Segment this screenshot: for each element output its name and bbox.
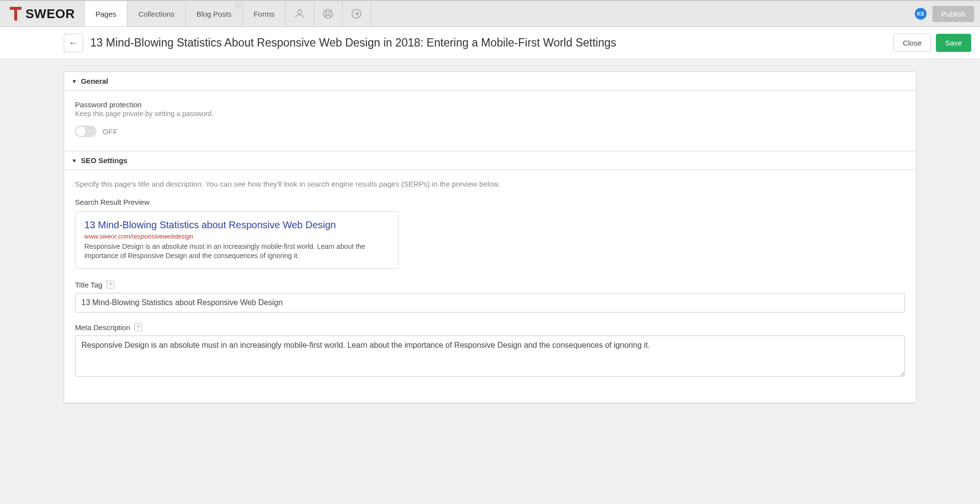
lifebuoy-icon [322, 8, 334, 20]
svg-line-3 [325, 10, 327, 12]
tab-label: Collections [138, 10, 174, 18]
settings-panel: ▼ General Password protection Keep this … [64, 72, 916, 404]
section-header-general[interactable]: ▼ General [64, 72, 916, 91]
serp-title: 13 Mind-Blowing Statistics about Respons… [84, 219, 389, 231]
password-protection-label: Password protection [75, 100, 905, 109]
tab-blog-posts[interactable]: Blog Posts × [185, 1, 243, 26]
meta-description-field: Meta Description ? [75, 323, 905, 378]
brand-text: SWEOR [25, 6, 75, 22]
svg-point-2 [326, 12, 330, 16]
password-protection-desc: Keep this page private by setting a pass… [75, 110, 905, 118]
page-title: 13 Mind-Blowing Statistics About Respons… [90, 36, 888, 49]
close-button[interactable]: Close [893, 34, 930, 52]
toggle-state-label: OFF [102, 127, 118, 136]
toggle-knob [75, 126, 86, 137]
svg-line-6 [329, 15, 331, 17]
arrow-left-icon: ← [69, 37, 78, 48]
serp-description: Responsive Design is an absolute must in… [84, 242, 389, 261]
page-header-bar: ← 13 Mind-Blowing Statistics About Respo… [0, 27, 980, 59]
back-button[interactable]: ← [64, 34, 83, 52]
publish-button[interactable]: Publish [932, 6, 974, 22]
top-right-controls: KS Publish [915, 1, 980, 26]
content-area: ▼ General Password protection Keep this … [0, 59, 980, 423]
section-title: General [81, 77, 108, 85]
section-body-seo: Specify this page's title and descriptio… [64, 170, 916, 403]
meta-description-label-row: Meta Description ? [75, 323, 905, 332]
section-header-seo[interactable]: ▼ SEO Settings [64, 151, 916, 170]
svg-line-5 [325, 15, 327, 17]
caret-down-icon: ▼ [72, 78, 77, 84]
title-tag-label: Title Tag [75, 281, 102, 289]
title-tag-label-row: Title Tag ? [75, 281, 905, 289]
title-tag-field: Title Tag ? [75, 281, 905, 312]
tab-collections[interactable]: Collections [127, 1, 185, 26]
user-icon [294, 8, 305, 20]
serp-preview: 13 Mind-Blowing Statistics about Respons… [75, 211, 399, 269]
save-button[interactable]: Save [936, 34, 971, 52]
tab-label: Pages [96, 10, 117, 18]
meta-description-textarea[interactable] [75, 336, 905, 377]
tab-label: Blog Posts [197, 10, 232, 18]
tab-forms[interactable]: Forms [242, 1, 286, 26]
tab-label: Forms [253, 10, 275, 18]
section-body-general: Password protection Keep this page priva… [64, 91, 916, 151]
support-icon-button[interactable] [314, 1, 343, 26]
svg-line-4 [329, 10, 331, 12]
svg-point-0 [298, 10, 302, 14]
meta-description-label: Meta Description [75, 323, 130, 332]
top-bar: SWEOR Pages Collections Blog Posts × For… [0, 0, 980, 27]
brand-logo[interactable]: SWEOR [0, 1, 85, 26]
password-toggle[interactable] [75, 125, 97, 137]
title-tag-input[interactable] [75, 293, 905, 312]
logo-icon [10, 7, 22, 21]
user-icon-button[interactable] [286, 1, 314, 26]
caret-down-icon: ▼ [72, 158, 77, 164]
help-icon[interactable]: ? [134, 323, 142, 331]
section-title: SEO Settings [81, 156, 127, 165]
seo-help-text: Specify this page's title and descriptio… [75, 180, 905, 188]
avatar-initials: KS [917, 11, 924, 17]
help-icon[interactable]: ? [106, 281, 114, 288]
share-icon-button[interactable] [343, 1, 371, 26]
main-tabs: Pages Collections Blog Posts × Forms [85, 1, 286, 26]
close-icon[interactable]: × [235, 2, 241, 8]
serp-url: www.sweor.com/responsivewebdesign [84, 233, 389, 240]
share-icon [351, 8, 362, 20]
tab-pages[interactable]: Pages [84, 1, 128, 26]
password-toggle-row: OFF [75, 125, 905, 137]
avatar[interactable]: KS [915, 8, 927, 20]
serp-preview-label: Search Result Preview [75, 198, 905, 206]
